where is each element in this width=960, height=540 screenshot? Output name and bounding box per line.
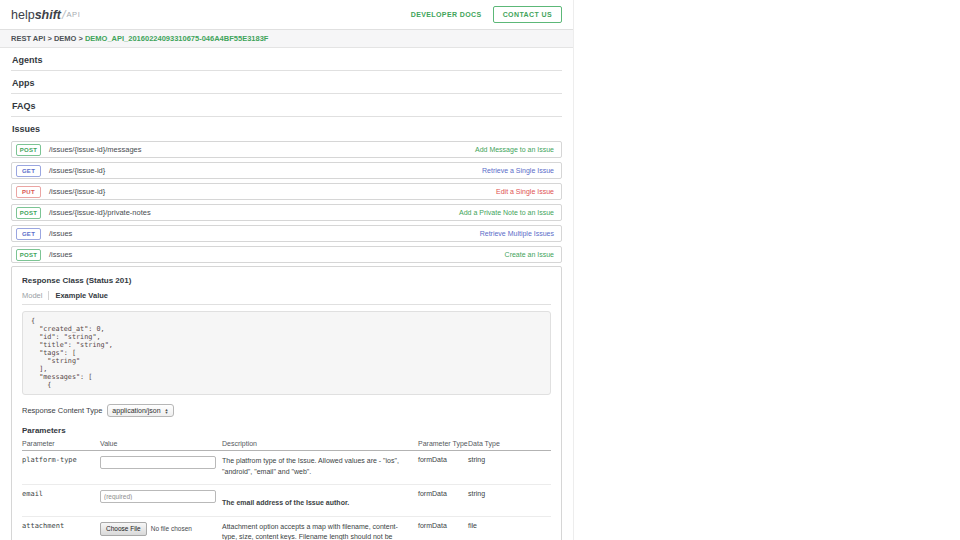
select-arrows-icon: ▲▼ — [165, 408, 169, 414]
endpoint-path: /issues — [49, 229, 72, 238]
section-heading-apps[interactable]: Apps — [11, 71, 562, 94]
main-content: Agents Apps FAQs Issues POST /issues/{is… — [0, 48, 573, 540]
parameter-value-input[interactable] — [100, 456, 216, 469]
header-actions: DEVELOPER DOCS CONTACT US — [411, 6, 562, 23]
endpoint-row[interactable]: POST /issues/{issue-id}/private-notes Ad… — [11, 204, 562, 221]
section-heading-issues[interactable]: Issues — [11, 117, 562, 137]
parameter-description: The email address of the Issue author. — [222, 485, 418, 517]
tab-model[interactable]: Model — [22, 291, 49, 300]
helpshift-logo[interactable]: helpshift/API — [11, 8, 80, 22]
response-content-type-label: Response Content Type — [22, 406, 102, 415]
http-method-badge: GET — [16, 228, 41, 240]
column-header: Description — [222, 438, 418, 451]
http-method-badge: PUT — [16, 186, 41, 198]
endpoint-summary-link[interactable]: Add Message to an Issue — [475, 146, 554, 153]
column-header: Parameter — [22, 438, 100, 451]
page-header: helpshift/API DEVELOPER DOCS CONTACT US — [0, 0, 573, 30]
section-heading-agents[interactable]: Agents — [11, 48, 562, 71]
endpoint-row[interactable]: PUT /issues/{issue-id} Edit a Single Iss… — [11, 183, 562, 200]
developer-docs-link[interactable]: DEVELOPER DOCS — [411, 11, 482, 18]
endpoint-row[interactable]: GET /issues Retrieve Multiple Issues — [11, 225, 562, 242]
parameter-name: email — [22, 485, 100, 517]
parameters-title: Parameters — [22, 426, 551, 435]
endpoint-path: /issues/{issue-id}/private-notes — [49, 208, 151, 217]
column-header: Parameter Type — [418, 438, 468, 451]
section-heading-faqs[interactable]: FAQs — [11, 94, 562, 117]
breadcrumb-parent: DEMO — [54, 34, 77, 43]
parameter-data-type: file — [468, 516, 551, 540]
breadcrumb: REST API > DEMO > DEMO_API_2016022409331… — [0, 30, 573, 48]
parameter-value-input[interactable] — [100, 490, 216, 503]
parameter-type: formData — [418, 516, 468, 540]
parameter-data-type: string — [468, 451, 551, 485]
endpoint-summary-link[interactable]: Retrieve Multiple Issues — [480, 230, 554, 237]
section-list: Agents Apps FAQs Issues — [11, 48, 562, 137]
contact-us-button[interactable]: CONTACT US — [493, 6, 562, 23]
http-method-badge: POST — [16, 249, 41, 261]
breadcrumb-separator: > — [45, 34, 54, 43]
breadcrumb-root: REST API — [11, 34, 45, 43]
endpoint-summary-link[interactable]: Add a Private Note to an Issue — [459, 209, 554, 216]
endpoint-summary-link[interactable]: Retrieve a Single Issue — [482, 167, 554, 174]
endpoint-path: /issues/{issue-id}/messages — [49, 145, 142, 154]
response-class-title: Response Class (Status 201) — [22, 276, 551, 285]
breadcrumb-current-api[interactable]: DEMO_API_20160224093310675-046A4BF55E318… — [85, 34, 268, 43]
endpoint-row[interactable]: GET /issues/{issue-id} Retrieve a Single… — [11, 162, 562, 179]
response-content-type-row: Response Content Type application/json ▲… — [22, 404, 551, 417]
parameter-type: formData — [418, 485, 468, 517]
parameter-name: attachment — [22, 516, 100, 540]
parameters-table: ParameterValueDescriptionParameter TypeD… — [22, 438, 551, 540]
parameter-data-type: string — [468, 485, 551, 517]
example-json-block: { "created_at": 0, "id": "string", "titl… — [22, 311, 551, 395]
http-method-badge: POST — [16, 144, 41, 156]
operation-details-create-issue: Response Class (Status 201) Model Exampl… — [11, 266, 562, 540]
http-method-badge: GET — [16, 165, 41, 177]
column-header: Value — [100, 438, 222, 451]
endpoint-summary-link[interactable]: Edit a Single Issue — [496, 188, 554, 195]
parameter-description: The platfrom type of the Issue. Allowed … — [222, 451, 418, 485]
parameter-description: Attachment option accepts a map with fil… — [222, 516, 418, 540]
response-content-type-select[interactable]: application/json ▲▼ — [107, 404, 173, 417]
endpoint-path: /issues — [49, 250, 72, 259]
column-header: Data Type — [468, 438, 551, 451]
tab-example-value[interactable]: Example Value — [49, 291, 108, 300]
endpoint-list: POST /issues/{issue-id}/messages Add Mes… — [11, 141, 562, 263]
parameter-row: platform-type The platfrom type of the I… — [22, 451, 551, 485]
parameter-row: email The email address of the Issue aut… — [22, 485, 551, 517]
parameter-type: formData — [418, 451, 468, 485]
endpoint-path: /issues/{issue-id} — [49, 166, 105, 175]
file-status-text: No file chosen — [151, 525, 192, 532]
response-tabs: Model Example Value — [22, 291, 551, 305]
parameters-table-header: ParameterValueDescriptionParameter TypeD… — [22, 438, 551, 451]
endpoint-path: /issues/{issue-id} — [49, 187, 105, 196]
parameter-row: attachment Choose File No file chosen At… — [22, 516, 551, 540]
parameter-name: platform-type — [22, 451, 100, 485]
endpoint-row[interactable]: POST /issues/{issue-id}/messages Add Mes… — [11, 141, 562, 158]
file-input[interactable]: Choose File No file chosen — [100, 522, 216, 536]
http-method-badge: POST — [16, 207, 41, 219]
breadcrumb-separator: > — [76, 34, 85, 43]
api-docs-page: helpshift/API DEVELOPER DOCS CONTACT US … — [0, 0, 574, 540]
choose-file-button[interactable]: Choose File — [100, 522, 147, 536]
endpoint-row[interactable]: POST /issues Create an Issue — [11, 246, 562, 263]
endpoint-summary-link[interactable]: Create an Issue — [505, 251, 554, 258]
